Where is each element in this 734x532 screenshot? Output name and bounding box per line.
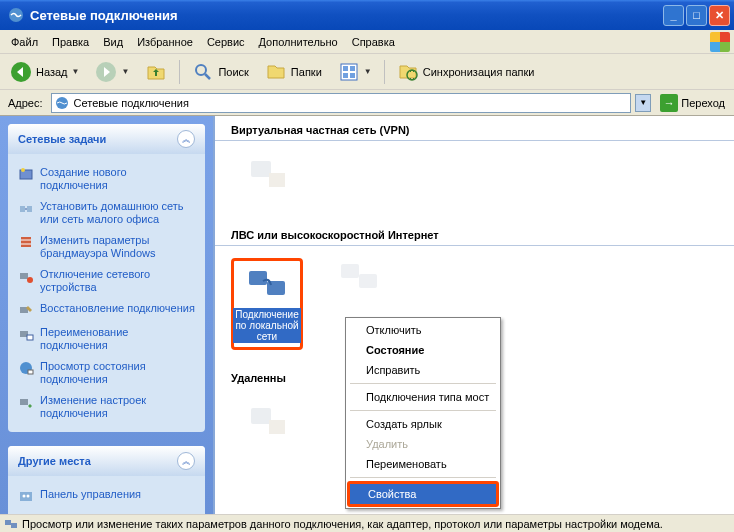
svg-rect-28 — [20, 492, 32, 501]
svg-rect-8 — [343, 73, 348, 78]
chevron-down-icon: ▼ — [121, 67, 129, 76]
folder-up-icon — [145, 61, 167, 83]
task-rename[interactable]: Переименование подключения — [18, 322, 195, 356]
svg-point-29 — [23, 495, 26, 498]
vpn-connection-item[interactable] — [231, 153, 303, 207]
views-button[interactable]: ▼ — [332, 58, 378, 86]
svg-rect-26 — [28, 370, 33, 374]
task-status[interactable]: Просмотр состояния подключения — [18, 356, 195, 390]
chevron-down-icon: ▼ — [72, 67, 80, 76]
panel-header[interactable]: Сетевые задачи ︽ — [8, 124, 205, 154]
task-repair[interactable]: Восстановление подключения — [18, 298, 195, 322]
ctx-shortcut[interactable]: Создать ярлык — [348, 414, 498, 434]
task-properties[interactable]: Изменение настроек подключения — [18, 390, 195, 424]
collapse-icon[interactable]: ︽ — [177, 130, 195, 148]
panel-body: Панель управления Сетевое окружение Мои … — [8, 476, 205, 514]
svg-rect-37 — [341, 264, 359, 278]
folders-label: Папки — [291, 66, 322, 78]
task-firewall[interactable]: Изменить параметры брандмауэра Windows — [18, 230, 195, 264]
other-places-panel: Другие места ︽ Панель управления Сетевое… — [8, 446, 205, 514]
svg-rect-14 — [20, 206, 25, 212]
panel-title: Другие места — [18, 455, 91, 467]
svg-rect-35 — [249, 271, 267, 285]
svg-point-3 — [196, 65, 206, 75]
modem-icon — [243, 400, 291, 440]
ctx-bridge[interactable]: Подключения типа мост — [348, 387, 498, 407]
go-icon: → — [660, 94, 678, 112]
status-icon — [18, 360, 34, 376]
task-new-connection[interactable]: Создание нового подключения — [18, 162, 195, 196]
addressbar: Адрес: Сетевые подключения ▼ → Переход — [0, 90, 734, 116]
wizard-icon — [18, 166, 34, 182]
sidebar: Сетевые задачи ︽ Создание нового подключ… — [0, 116, 213, 514]
close-button[interactable]: ✕ — [709, 5, 730, 26]
search-icon — [192, 61, 214, 83]
menu-advanced[interactable]: Дополнительно — [252, 34, 345, 50]
forward-button[interactable]: ▼ — [89, 58, 135, 86]
minimize-button[interactable]: _ — [663, 5, 684, 26]
ctx-delete: Удалить — [348, 434, 498, 454]
address-label: Адрес: — [4, 97, 47, 109]
maximize-button[interactable]: □ — [686, 5, 707, 26]
svg-point-30 — [27, 495, 30, 498]
sync-icon — [397, 61, 419, 83]
conn-label — [266, 196, 269, 207]
go-button[interactable]: → Переход — [655, 92, 730, 114]
window-title: Сетевые подключения — [28, 8, 663, 23]
menu-favorites[interactable]: Избранное — [130, 34, 200, 50]
svg-rect-42 — [11, 523, 17, 528]
link-control-panel[interactable]: Панель управления — [18, 484, 195, 508]
ctx-status[interactable]: Состояние — [348, 340, 498, 360]
folders-icon — [265, 61, 287, 83]
menu-tools[interactable]: Сервис — [200, 34, 252, 50]
folders-button[interactable]: Папки — [259, 58, 328, 86]
search-button[interactable]: Поиск — [186, 58, 254, 86]
views-icon — [338, 61, 360, 83]
firewall-icon — [18, 234, 34, 250]
ctx-disable[interactable]: Отключить — [348, 320, 498, 340]
ctx-separator — [350, 383, 496, 384]
back-label: Назад — [36, 66, 68, 78]
svg-point-13 — [21, 168, 25, 172]
up-button[interactable] — [139, 58, 173, 86]
ctx-rename[interactable]: Переименовать — [348, 454, 498, 474]
toolbar: Назад ▼ ▼ Поиск Папки ▼ Синхронизация па… — [0, 54, 734, 90]
go-label: Переход — [681, 97, 725, 109]
forward-icon — [95, 61, 117, 83]
properties-icon — [18, 394, 34, 410]
task-disable-device[interactable]: Отключение сетевого устройства — [18, 264, 195, 298]
svg-rect-24 — [27, 335, 33, 340]
menu-edit[interactable]: Правка — [45, 34, 96, 50]
address-input[interactable]: Сетевые подключения — [51, 93, 632, 113]
back-button[interactable]: Назад ▼ — [4, 58, 85, 86]
connection-icon — [4, 517, 18, 531]
ctx-repair[interactable]: Исправить — [348, 360, 498, 380]
menu-help[interactable]: Справка — [345, 34, 402, 50]
panel-body: Создание нового подключения Установить д… — [8, 154, 205, 432]
menubar: Файл Правка Вид Избранное Сервис Дополни… — [0, 30, 734, 54]
menu-file[interactable]: Файл — [4, 34, 45, 50]
lan-connection-item[interactable]: Подключение по локальной сети — [231, 258, 303, 350]
lan-icon — [335, 258, 383, 298]
svg-rect-17 — [21, 237, 31, 247]
remote-connection-item[interactable] — [231, 400, 303, 440]
panel-header[interactable]: Другие места ︽ — [8, 446, 205, 476]
sync-label: Синхронизация папки — [423, 66, 535, 78]
ctx-properties[interactable]: Свойства — [350, 484, 496, 504]
svg-point-21 — [27, 277, 33, 283]
vpn-icon — [243, 153, 291, 193]
svg-rect-34 — [269, 173, 285, 187]
address-dropdown[interactable]: ▼ — [635, 94, 651, 112]
sync-button[interactable]: Синхронизация папки — [391, 58, 541, 86]
collapse-icon[interactable]: ︽ — [177, 452, 195, 470]
rename-icon — [18, 326, 34, 342]
repair-icon — [18, 302, 34, 318]
conn-label: Подключение по локальной сети — [233, 308, 300, 343]
network-tasks-panel: Сетевые задачи ︽ Создание нового подключ… — [8, 124, 205, 432]
context-menu: Отключить Состояние Исправить Подключени… — [345, 317, 501, 509]
statusbar: Просмотр или изменение таких параметров … — [0, 514, 734, 532]
svg-line-4 — [205, 74, 210, 79]
task-home-network[interactable]: Установить домашнюю сеть или сеть малого… — [18, 196, 195, 230]
menu-view[interactable]: Вид — [96, 34, 130, 50]
ctx-separator — [350, 410, 496, 411]
